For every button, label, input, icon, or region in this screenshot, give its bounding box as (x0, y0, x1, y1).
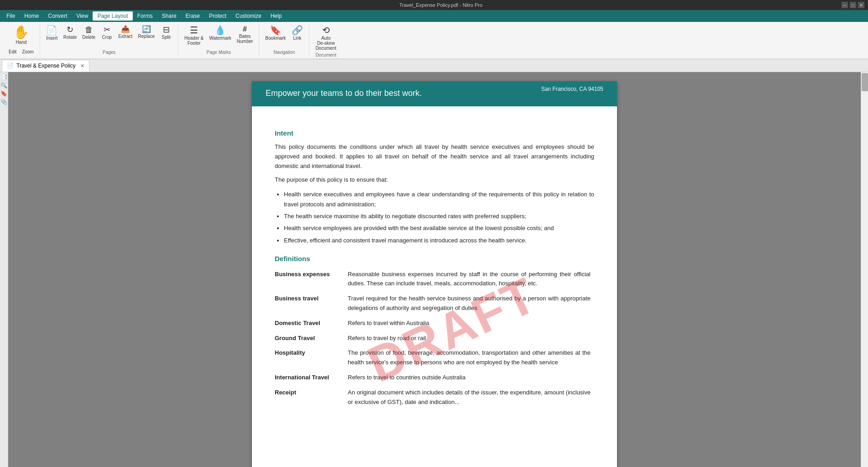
replace-label: Replace (138, 34, 155, 39)
window-title: Travel_Expense Policy.pdf - Nitro Pro (40, 2, 842, 8)
panel-icon-4[interactable]: 📎 (0, 99, 7, 105)
def-row-business-expenses: Business expenses Reasonable business ex… (275, 268, 594, 293)
rotate-label: Rotate (63, 35, 77, 40)
watermark-icon: 💧 (214, 26, 226, 35)
page-buttons: 📄 Insert ↻ Rotate 🗑 Delete ✂ Crop 📤 (44, 24, 174, 42)
toolbar-group-pages: 📄 Insert ↻ Rotate 🗑 Delete ✂ Crop 📤 (40, 24, 178, 56)
menu-erase[interactable]: Erase (181, 11, 204, 21)
header-address: San Francisco, CA 94105 (541, 86, 603, 92)
def-row-receipt: Receipt An original document which inclu… (275, 386, 594, 411)
split-button[interactable]: ⊟ Split (158, 24, 174, 42)
menu-convert[interactable]: Convert (43, 11, 72, 21)
replace-icon: 🔄 (142, 26, 151, 33)
edit-button[interactable]: Edit (6, 48, 19, 56)
menu-protect[interactable]: Protect (204, 11, 231, 21)
extract-button[interactable]: 📤 Extract (116, 24, 135, 41)
intent-heading: Intent (275, 129, 594, 137)
bates-label: BatesNumber (237, 34, 253, 44)
left-panel: 📑 🔍 🔖 📎 (0, 72, 8, 467)
watermark-button[interactable]: 💧 Watermark (207, 24, 234, 42)
bullet-item-4: Effective, efficient and consistent trav… (284, 236, 594, 246)
main-area: 📑 🔍 🔖 📎 DRAFT San Francisco, CA 94105 Em… (0, 72, 868, 467)
bookmark-icon: 🔖 (270, 26, 281, 35)
ribbon: File Home Convert View Page Layout Forms… (0, 10, 868, 59)
title-bar: Travel_Expense Policy.pdf - Nitro Pro ─ … (0, 0, 868, 10)
menu-help[interactable]: Help (266, 11, 287, 21)
menu-customize[interactable]: Customize (231, 11, 266, 21)
def-def-receipt: An original document which includes deta… (348, 386, 594, 411)
header-banner: San Francisco, CA 94105 Empower your tea… (252, 81, 617, 106)
def-term-receipt: Receipt (275, 386, 348, 411)
def-def-ground-travel: Refers to travel by road or rail (348, 332, 594, 347)
document-group-label: Document (315, 52, 336, 58)
panel-icon-1[interactable]: 📑 (0, 74, 7, 80)
close-button[interactable]: ✕ (858, 2, 864, 8)
hand-tool-button[interactable]: ✋ Hand (10, 24, 32, 47)
tab-bar: 📄 Travel & Expense Policy ✕ (0, 59, 868, 72)
def-term-business-expenses: Business expenses (275, 268, 348, 293)
window-controls[interactable]: ─ □ ✕ (842, 2, 864, 8)
link-icon: 🔗 (292, 26, 303, 35)
panel-icon-2[interactable]: 🔍 (0, 82, 7, 89)
document-tab[interactable]: 📄 Travel & Expense Policy ✕ (2, 60, 89, 72)
panel-icon-3[interactable]: 🔖 (0, 90, 7, 97)
close-tab-button[interactable]: ✕ (80, 63, 84, 69)
document-area[interactable]: DRAFT San Francisco, CA 94105 Empower yo… (8, 72, 861, 467)
bates-icon: # (243, 26, 247, 33)
def-term-business-travel: Business travel (275, 292, 348, 317)
pagemarks-group-label: Page Marks (207, 50, 231, 56)
minimize-button[interactable]: ─ (842, 2, 848, 8)
extract-label: Extract (118, 34, 132, 39)
menu-view[interactable]: View (72, 11, 93, 21)
doc-tab-icon: 📄 (7, 63, 14, 69)
def-row-hospitality: Hospitality The provision of food, bever… (275, 346, 594, 371)
header-footer-label: Header &Footer (184, 36, 204, 46)
intent-paragraph1: This policy documents the conditions und… (275, 142, 594, 171)
menu-home[interactable]: Home (20, 11, 43, 21)
crop-button[interactable]: ✂ Crop (99, 24, 115, 42)
navigation-buttons: 🔖 Bookmark 🔗 Link (263, 24, 305, 42)
hand-icon: ✋ (13, 26, 29, 39)
header-footer-icon: ☰ (190, 26, 198, 35)
def-term-domestic-travel: Domestic Travel (275, 317, 348, 332)
bullet-item-3: Health service employees are provided wi… (284, 223, 594, 233)
def-def-domestic-travel: Refers to travel within Australia (348, 317, 594, 332)
menu-forms[interactable]: Forms (133, 11, 157, 21)
def-def-international-travel: Refers to travel to countries outside Au… (348, 371, 594, 386)
zoom-button[interactable]: Zoom (20, 48, 36, 56)
def-term-hospitality: Hospitality (275, 346, 348, 371)
crop-label: Crop (102, 35, 112, 40)
delete-label: Delete (82, 35, 95, 40)
menu-share[interactable]: Share (157, 11, 181, 21)
def-row-business-travel: Business travel Travel required for the … (275, 292, 594, 317)
navigation-group-label: Navigation (273, 50, 295, 56)
extract-icon: 📤 (121, 26, 130, 33)
scroll-thumb[interactable] (862, 73, 868, 91)
link-label: Link (293, 36, 301, 41)
insert-button[interactable]: 📄 Insert (44, 24, 60, 42)
maximize-button[interactable]: □ (850, 2, 856, 8)
delete-button[interactable]: 🗑 Delete (80, 24, 98, 42)
pages-group-label: Pages (103, 50, 115, 56)
document-buttons: ⟲ AutoDe-skewDocument (313, 24, 339, 52)
def-def-business-expenses: Reasonable business expenses incurred by… (348, 268, 594, 293)
hand-label: Hand (16, 40, 26, 45)
menu-page-layout[interactable]: Page Layout (93, 11, 132, 21)
delete-icon: 🗑 (85, 26, 93, 34)
watermark-label: Watermark (209, 36, 231, 41)
toolbar-group-pagemarks: ☰ Header &Footer 💧 Watermark # BatesNumb… (178, 24, 259, 56)
replace-button[interactable]: 🔄 Replace (136, 24, 157, 41)
doc-tab-label: Travel & Expense Policy (16, 63, 76, 69)
menu-file[interactable]: File (2, 11, 20, 21)
zoom-label: Zoom (22, 49, 34, 54)
header-footer-button[interactable]: ☰ Header &Footer (182, 24, 206, 47)
bates-button[interactable]: # BatesNumber (235, 24, 256, 46)
pagemark-buttons: ☰ Header &Footer 💧 Watermark # BatesNumb… (182, 24, 255, 47)
def-term-ground-travel: Ground Travel (275, 332, 348, 347)
def-row-ground-travel: Ground Travel Refers to travel by road o… (275, 332, 594, 347)
rotate-button[interactable]: ↻ Rotate (61, 24, 79, 42)
link-button[interactable]: 🔗 Link (289, 24, 305, 42)
right-panel[interactable] (861, 72, 868, 467)
bookmark-button[interactable]: 🔖 Bookmark (263, 24, 288, 42)
auto-deskew-button[interactable]: ⟲ AutoDe-skewDocument (313, 24, 339, 52)
